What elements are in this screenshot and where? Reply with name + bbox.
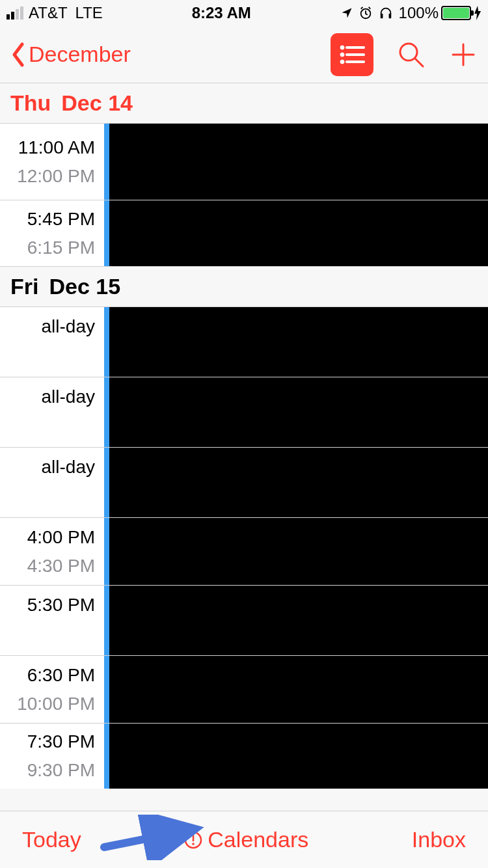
day-header: Fri Dec 15 (0, 267, 488, 307)
search-icon (397, 40, 426, 69)
list-view-button[interactable] (331, 33, 373, 76)
status-time: 8:23 AM (192, 4, 251, 22)
event-start: 5:30 PM (27, 595, 95, 616)
event-color-marker (104, 586, 109, 655)
status-bar: AT&T LTE 8:23 AM 100% (0, 0, 488, 26)
event-start: 7:30 PM (27, 731, 95, 752)
chevron-left-icon (10, 42, 26, 68)
day-date: Dec 15 (49, 274, 120, 299)
add-event-button[interactable] (449, 40, 478, 69)
svg-point-15 (192, 843, 195, 845)
search-button[interactable] (397, 40, 426, 69)
inbox-button[interactable]: Inbox (412, 827, 466, 852)
event-color-marker (104, 724, 109, 789)
event-start: 5:45 PM (27, 209, 95, 230)
bottom-toolbar: Today Calendars Inbox (0, 811, 488, 868)
event-color-marker (104, 448, 109, 517)
location-icon (340, 7, 353, 20)
network-label: LTE (75, 4, 103, 22)
svg-point-7 (340, 60, 344, 64)
svg-point-5 (340, 53, 344, 57)
event-color-marker (104, 656, 109, 723)
event-body-redacted (109, 307, 488, 377)
battery-icon (441, 6, 471, 20)
event-color-marker (104, 200, 109, 266)
event-start: 6:30 PM (27, 665, 95, 686)
event-end: 12:00 PM (17, 166, 95, 187)
calendars-button[interactable]: Calendars (184, 827, 308, 852)
event-start: 4:00 PM (27, 527, 95, 548)
event-row[interactable]: 11:00 AM 12:00 PM (0, 124, 488, 200)
event-start: all-day (42, 316, 95, 337)
back-label: December (29, 42, 131, 67)
event-color-marker (104, 307, 109, 377)
event-row[interactable]: all-day (0, 307, 488, 377)
plus-icon (449, 40, 478, 69)
event-row[interactable]: 4:00 PM 4:30 PM (0, 518, 488, 586)
svg-point-3 (340, 46, 344, 49)
event-row[interactable]: 5:30 PM (0, 586, 488, 656)
event-body-redacted (109, 518, 488, 585)
charging-icon (474, 6, 481, 20)
svg-rect-2 (388, 14, 391, 18)
event-row[interactable]: 6:30 PM 10:00 PM (0, 656, 488, 724)
event-body-redacted (109, 724, 488, 789)
event-body-redacted (109, 656, 488, 723)
svg-line-10 (415, 59, 423, 66)
day-of-week: Thu (10, 90, 51, 116)
event-end: 9:30 PM (27, 760, 95, 781)
event-row[interactable]: 5:45 PM 6:15 PM (0, 200, 488, 267)
event-end: 6:15 PM (27, 237, 95, 258)
status-left: AT&T LTE (7, 4, 103, 22)
status-right: 100% (340, 4, 481, 22)
event-body-redacted (109, 448, 488, 517)
event-end: 4:30 PM (27, 556, 95, 576)
event-body-redacted (109, 200, 488, 266)
event-end: 10:00 PM (17, 694, 95, 714)
calendars-label: Calendars (208, 827, 308, 852)
day-of-week: Fri (10, 274, 38, 299)
event-start: all-day (42, 457, 95, 478)
event-row[interactable]: 7:30 PM 9:30 PM (0, 724, 488, 789)
alarm-icon (359, 6, 373, 20)
list-icon (339, 44, 365, 65)
event-start: 11:00 AM (18, 137, 95, 158)
event-body-redacted (109, 377, 488, 447)
carrier-label: AT&T (29, 4, 68, 22)
day-header: Thu Dec 14 (0, 83, 488, 124)
event-body-redacted (109, 586, 488, 655)
event-color-marker (104, 124, 109, 200)
event-row[interactable]: all-day (0, 448, 488, 518)
headphones-icon (378, 6, 394, 20)
event-color-marker (104, 518, 109, 585)
svg-rect-1 (380, 14, 383, 18)
event-list[interactable]: Thu Dec 14 11:00 AM 12:00 PM 5:45 PM 6:1… (0, 83, 488, 811)
event-start: all-day (42, 387, 95, 407)
battery-percent: 100% (399, 4, 439, 22)
event-color-marker (104, 377, 109, 447)
back-button[interactable]: December (10, 42, 131, 68)
event-row[interactable]: all-day (0, 377, 488, 448)
signal-strength-icon (7, 7, 23, 20)
nav-bar: December (0, 26, 488, 83)
event-body-redacted (109, 124, 488, 200)
today-button[interactable]: Today (22, 827, 81, 852)
alert-icon (184, 831, 202, 849)
day-date: Dec 14 (61, 90, 133, 116)
